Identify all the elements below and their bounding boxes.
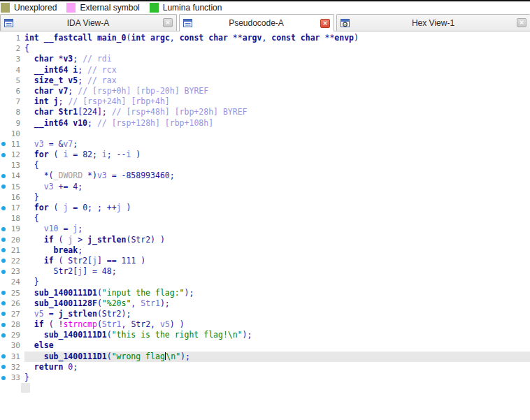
code-token: = (58, 224, 73, 233)
gutter-spacer (0, 33, 7, 43)
breakpoint-dot[interactable] (0, 203, 7, 213)
code-token: if (44, 235, 54, 245)
pseudocode-editor[interactable]: 1int __fastcall main_0(int argc, const c… (0, 31, 530, 420)
code-line[interactable]: 21 break; (0, 245, 530, 256)
code-line[interactable]: 3 char *v3; // rdi (0, 54, 530, 64)
code-line[interactable]: 12 for ( i = 82; i; --i ) (0, 150, 530, 160)
legend-item-lumina-function: Lumina function (150, 3, 222, 13)
line-number: 30 (7, 340, 20, 351)
code-line[interactable]: 18 { (0, 213, 530, 224)
code-line[interactable]: 27 v5 = j_strlen(Str2); (0, 309, 530, 319)
tab-pseudocode-a[interactable]: Pseudocode-A × (179, 14, 334, 31)
code-line[interactable]: 14 *(_DWORD *)v3 = -858993460; (0, 171, 530, 181)
external-symbol-color-swatch (66, 3, 76, 13)
tab-title: Hex View-1 (350, 18, 517, 28)
breakpoint-dot[interactable] (0, 235, 7, 245)
code-line[interactable]: 6 char v7; // [rsp+0h] [rbp-20h] BYREF (0, 86, 530, 96)
tab-hex-view-1[interactable]: Hex View-1 × (336, 14, 530, 31)
code-token: ; (73, 54, 83, 64)
breakpoint-dot[interactable] (0, 319, 7, 330)
breakpoint-dot[interactable] (0, 372, 7, 383)
breakpoint-dot[interactable] (0, 309, 7, 319)
code-line[interactable]: 20 if ( j > j_strlen(Str2) ) (0, 235, 530, 245)
code-token: char (301, 33, 320, 43)
close-tab-icon[interactable]: × (163, 18, 173, 27)
code-line[interactable]: 19 v10 = j; (0, 224, 530, 234)
code-line[interactable]: 28 if ( !strncmp(Str1, Str2, v5) ) (0, 319, 530, 330)
code-line[interactable]: 22 if ( Str2[j] == 111 ) (0, 256, 530, 266)
code-line[interactable]: 25 sub_1400111D1("input the flag:"); (0, 288, 530, 298)
code-line[interactable]: 2{ (0, 43, 530, 54)
code-token (24, 118, 34, 128)
breakpoint-dot[interactable] (0, 298, 7, 309)
code-line[interactable]: 17 for ( j = 0; ; ++j ) (0, 203, 530, 213)
code-token (24, 319, 34, 329)
view-tab-bar: IDA View-A × Pseudocode-A × Hex View-1 × (0, 13, 530, 31)
code-text: char Str1[224]; // [rsp+48h] [rbp+28h] B… (24, 107, 530, 117)
line-number: 7 (7, 96, 20, 107)
breakpoint-dot[interactable] (0, 330, 7, 340)
code-line[interactable]: 16 } (0, 192, 530, 203)
gutter-spacer (0, 107, 7, 117)
code-line[interactable]: 31 sub_1400111D1("wrong flag\n"); (0, 352, 530, 362)
tab-title: Pseudocode-A (192, 18, 320, 28)
code-line[interactable]: 33} (0, 372, 530, 383)
code-line[interactable]: 23 Str2[j] = 48; (0, 266, 530, 277)
code-token: ( (107, 330, 112, 340)
code-line[interactable]: 1int __fastcall main_0(int argc, const c… (0, 33, 530, 43)
breakpoint-dot[interactable] (0, 362, 7, 372)
code-text: if ( Str2[j] == 111 ) (24, 256, 530, 266)
code-token: char (208, 33, 228, 43)
code-line[interactable]: 24 } (0, 277, 530, 287)
breakpoint-dot[interactable] (0, 352, 7, 362)
code-token: Str1 (141, 298, 160, 308)
tab-ida-view-a[interactable]: IDA View-A × (0, 14, 177, 31)
code-token: > (73, 235, 87, 245)
code-line[interactable]: 10 (0, 129, 530, 139)
breakpoint-dot[interactable] (0, 266, 7, 277)
code-line[interactable]: 15 v3 += 4; (0, 182, 530, 192)
code-line[interactable]: 30 else (0, 340, 530, 351)
code-line[interactable]: 13 { (0, 160, 530, 171)
gutter-spacer (0, 43, 7, 54)
line-number: 21 (7, 245, 20, 256)
line-number: 11 (7, 139, 20, 150)
code-token: // [rsp+0h] [rbp-20h] BYREF (78, 86, 208, 96)
code-line[interactable]: 11 v3 = &v7; (0, 139, 530, 150)
code-token: ] = 48; (83, 266, 116, 276)
code-token: ) (131, 150, 141, 159)
code-line[interactable]: 4 __int64 i; // rcx (0, 65, 530, 75)
close-tab-icon[interactable]: × (320, 19, 330, 28)
code-token: [ (87, 256, 92, 266)
close-tab-icon[interactable]: × (517, 18, 527, 27)
breakpoint-dot[interactable] (0, 150, 7, 160)
code-token: char (34, 86, 54, 96)
code-line[interactable]: 7 int j; // [rsp+24h] [rbp+4h] (0, 96, 530, 107)
code-token (54, 86, 59, 96)
line-number: 18 (7, 213, 20, 224)
code-text: sub_1400111D1("wrong flag\n"); (24, 352, 530, 362)
code-token: // [rsp+128h] [rbp+108h] (97, 118, 213, 128)
code-line[interactable]: 32 return 0; (0, 362, 530, 372)
breakpoint-dot[interactable] (0, 182, 7, 192)
breakpoint-dot[interactable] (0, 256, 7, 266)
code-line[interactable]: 5 size_t v5; // rax (0, 75, 530, 86)
hex-window-icon (341, 19, 350, 27)
code-token: { (24, 160, 39, 170)
breakpoint-dot[interactable] (0, 245, 7, 256)
breakpoint-dot[interactable] (0, 224, 7, 234)
line-number: 22 (7, 256, 20, 266)
gutter-artifact (21, 383, 30, 393)
breakpoint-dot[interactable] (0, 288, 7, 298)
code-token: "%20s" (102, 298, 131, 308)
code-line[interactable]: 29 sub_1400111D1("this is the right flag… (0, 330, 530, 340)
code-line[interactable]: 26 sub_14001128F("%20s", Str1); (0, 298, 530, 309)
code-token: ); (185, 288, 194, 298)
code-line[interactable]: 8 char Str1[224]; // [rsp+48h] [rbp+28h]… (0, 107, 530, 117)
breakpoint-dot[interactable] (0, 139, 7, 150)
code-token: v10 (44, 224, 59, 233)
code-token: ; (78, 65, 87, 75)
code-line[interactable]: 9 __int64 v10; // [rsp+128h] [rbp+108h] (0, 118, 530, 129)
breakpoint-dot[interactable] (0, 171, 7, 181)
code-token: *( (24, 171, 54, 180)
